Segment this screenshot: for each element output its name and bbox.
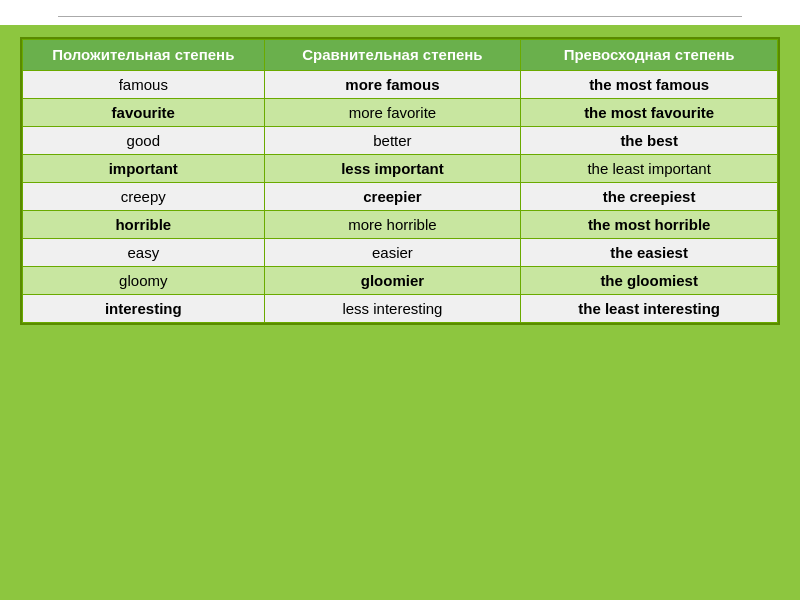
comparative-degree: gloomier — [264, 266, 521, 294]
header-divider — [58, 16, 742, 17]
table-row: horriblemore horriblethe most horrible — [23, 210, 778, 238]
positive-degree: horrible — [23, 210, 265, 238]
positive-degree: gloomy — [23, 266, 265, 294]
table-row: easyeasierthe easiest — [23, 238, 778, 266]
positive-degree: creepy — [23, 182, 265, 210]
table-body: famousmore famousthe most famousfavourit… — [23, 70, 778, 322]
superlative-degree: the least important — [521, 154, 778, 182]
table-row: creepycreepierthe creepiest — [23, 182, 778, 210]
positive-degree: favourite — [23, 98, 265, 126]
adjective-table: Положительная степень Сравнительная степ… — [22, 39, 778, 323]
table-row: goodbetterthe best — [23, 126, 778, 154]
comparative-degree: less interesting — [264, 294, 521, 322]
table-row: favouritemore favoritethe most favourite — [23, 98, 778, 126]
table-wrapper: Положительная степень Сравнительная степ… — [20, 37, 780, 325]
comparative-degree: easier — [264, 238, 521, 266]
superlative-degree: the gloomiest — [521, 266, 778, 294]
table-row: gloomygloomierthe gloomiest — [23, 266, 778, 294]
superlative-degree: the easiest — [521, 238, 778, 266]
table-row: famousmore famousthe most famous — [23, 70, 778, 98]
header-col1: Положительная степень — [23, 40, 265, 71]
comparative-degree: more favorite — [264, 98, 521, 126]
table-header-row: Положительная степень Сравнительная степ… — [23, 40, 778, 71]
positive-degree: important — [23, 154, 265, 182]
superlative-degree: the least interesting — [521, 294, 778, 322]
table-row: importantless importantthe least importa… — [23, 154, 778, 182]
header-col2: Сравнительная степень — [264, 40, 521, 71]
header — [0, 0, 800, 25]
positive-degree: easy — [23, 238, 265, 266]
superlative-degree: the most famous — [521, 70, 778, 98]
positive-degree: interesting — [23, 294, 265, 322]
positive-degree: famous — [23, 70, 265, 98]
comparative-degree: creepier — [264, 182, 521, 210]
superlative-degree: the best — [521, 126, 778, 154]
comparative-degree: less important — [264, 154, 521, 182]
comparative-degree: better — [264, 126, 521, 154]
superlative-degree: the most favourite — [521, 98, 778, 126]
positive-degree: good — [23, 126, 265, 154]
comparative-degree: more famous — [264, 70, 521, 98]
superlative-degree: the most horrible — [521, 210, 778, 238]
header-col3: Превосходная степень — [521, 40, 778, 71]
comparative-degree: more horrible — [264, 210, 521, 238]
table-row: interestingless interestingthe least int… — [23, 294, 778, 322]
superlative-degree: the creepiest — [521, 182, 778, 210]
